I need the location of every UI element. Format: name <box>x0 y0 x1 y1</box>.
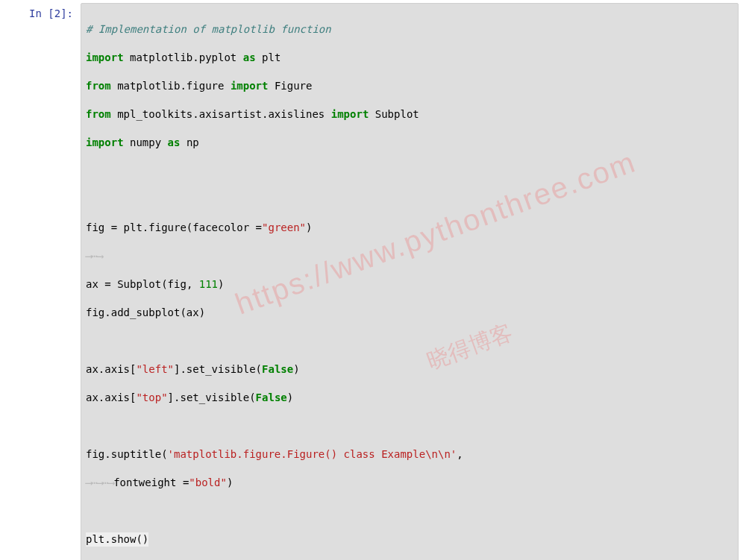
exec-count: 2 <box>54 7 60 19</box>
prompt-prefix: In [ <box>29 7 54 19</box>
whitespace-marker: ⟶⋯⟶ <box>86 250 102 262</box>
code-editor[interactable]: # Implementation of matplotlib function … <box>81 3 739 560</box>
input-prompt: In [2]: <box>0 3 81 560</box>
notebook-cell: In [2]: # Implementation of matplotlib f… <box>0 0 746 560</box>
whitespace-marker: ⟶⋯⟶⋯⟶ <box>86 476 113 488</box>
prompt-suffix: ]: <box>60 7 73 19</box>
code-comment: # Implementation of matplotlib function <box>86 23 331 35</box>
